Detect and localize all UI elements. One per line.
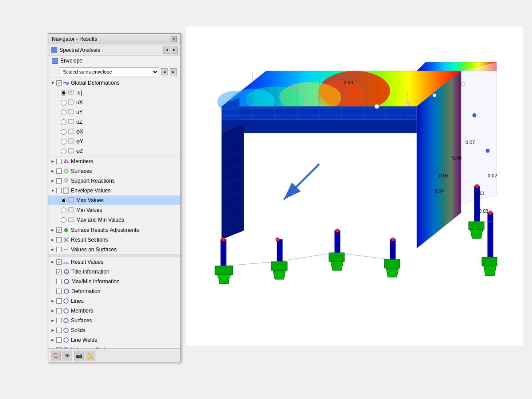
line-welds-checkbox[interactable] bbox=[56, 337, 62, 343]
result-sec-checkbox[interactable] bbox=[56, 237, 62, 243]
uz-radio[interactable] bbox=[61, 119, 66, 125]
maxmin-info-item[interactable]: Max/Min Information bbox=[48, 277, 180, 286]
svg-point-67 bbox=[375, 104, 379, 109]
surface-res-expand[interactable]: ► bbox=[50, 227, 55, 233]
members-icon bbox=[63, 158, 69, 164]
phix-item[interactable]: φX bbox=[48, 127, 180, 137]
support-expand[interactable]: ► bbox=[50, 178, 55, 184]
lines-checkbox[interactable] bbox=[56, 298, 62, 304]
env-values-checkbox[interactable] bbox=[56, 188, 62, 193]
nav-prev-button[interactable]: ◄ bbox=[163, 47, 170, 54]
max-values-item[interactable]: Max Values bbox=[48, 196, 180, 205]
uy-item[interactable]: uY bbox=[48, 107, 180, 117]
phix-radio[interactable] bbox=[61, 129, 66, 135]
envelope-checkbox[interactable] bbox=[52, 58, 58, 64]
members-expand[interactable]: ► bbox=[50, 159, 55, 164]
page-icon9 bbox=[68, 207, 74, 213]
lines-label: Lines bbox=[71, 298, 84, 304]
max-min-values-item[interactable]: Max and Min Values bbox=[48, 215, 180, 225]
members2-checkbox[interactable] bbox=[56, 308, 62, 313]
line-welds-item[interactable]: ► Line Welds bbox=[48, 335, 180, 345]
values-on-surfaces-item[interactable]: ► *** Values on Surfaces bbox=[48, 245, 180, 254]
line-welds-expand[interactable]: ► bbox=[50, 337, 55, 343]
svg-point-102 bbox=[64, 289, 69, 293]
deformation-item[interactable]: Deformation bbox=[48, 286, 180, 296]
lines-item[interactable]: ► Lines bbox=[48, 296, 180, 306]
val-surf-checkbox[interactable] bbox=[56, 247, 62, 252]
surfaces2-checkbox[interactable] bbox=[56, 318, 62, 323]
dropdown-next[interactable]: ► bbox=[170, 68, 177, 75]
toolbar-camera-button[interactable]: 📷 bbox=[74, 351, 84, 360]
values-surfaces-results-item[interactable]: ► Values on Surfaces bbox=[48, 345, 180, 348]
rv-expand[interactable]: ► bbox=[50, 259, 55, 265]
surfaces-item[interactable]: ► Surfaces bbox=[48, 166, 180, 176]
result-sec-expand[interactable]: ► bbox=[50, 237, 55, 243]
global-deformations-item[interactable]: ▼ ✓ Global Deformations bbox=[48, 78, 180, 88]
svg-point-72 bbox=[486, 149, 489, 153]
panel-titlebar: Navigator - Results × bbox=[48, 34, 180, 44]
surfaces-expand[interactable]: ► bbox=[50, 168, 55, 174]
dropdown-prev[interactable]: ◄ bbox=[161, 68, 168, 75]
uy-radio[interactable] bbox=[61, 110, 66, 115]
global-deformations-checkbox[interactable]: ✓ bbox=[56, 80, 62, 86]
max-values-radio[interactable] bbox=[61, 198, 66, 203]
phiy-radio[interactable] bbox=[61, 139, 66, 145]
panel-toolbar: 🏠 👁 📷 📐 bbox=[48, 348, 180, 362]
lines-expand[interactable]: ► bbox=[50, 298, 55, 304]
solids-expand[interactable]: ► bbox=[50, 328, 55, 333]
members-checkbox[interactable] bbox=[56, 159, 62, 164]
maxmin-info-checkbox[interactable] bbox=[56, 279, 62, 284]
phiy-item[interactable]: φY bbox=[48, 137, 180, 146]
uz-item[interactable]: uZ bbox=[48, 117, 180, 127]
rv-checkbox[interactable]: ✓ bbox=[56, 259, 62, 265]
nav-next-button[interactable]: ► bbox=[171, 47, 178, 54]
deformation-icon bbox=[63, 80, 69, 86]
title-info-checkbox[interactable]: ✓ bbox=[56, 269, 62, 274]
val-surf-expand[interactable]: ► bbox=[50, 247, 55, 252]
solids-item[interactable]: ► Solids bbox=[48, 325, 180, 335]
toolbar-home-button[interactable]: 🏠 bbox=[51, 351, 61, 360]
envelope-values-item[interactable]: ▼ Envelope Values bbox=[48, 186, 180, 196]
surfaces-icon bbox=[63, 168, 69, 174]
deformation-checkbox[interactable] bbox=[56, 289, 62, 294]
u-abs-item[interactable]: |u| bbox=[48, 88, 180, 98]
ux-item[interactable]: uX bbox=[48, 98, 180, 107]
support-checkbox[interactable] bbox=[56, 178, 62, 184]
svg-marker-44 bbox=[273, 270, 286, 279]
result-sections-item[interactable]: ► Result Sections bbox=[48, 235, 180, 245]
svg-rect-42 bbox=[277, 239, 282, 262]
solids-checkbox[interactable] bbox=[56, 328, 62, 333]
toolbar-measure-button[interactable]: 📐 bbox=[86, 351, 95, 360]
surface-results-item[interactable]: ► ✓ Surface Results Adjustments bbox=[48, 225, 180, 235]
surfaces-results-item[interactable]: ► Surfaces bbox=[48, 316, 180, 325]
title-info-item[interactable]: ✓ Title Information bbox=[48, 267, 180, 277]
result-values-item[interactable]: ► ✓ xxx Result Values bbox=[48, 257, 180, 267]
title-info-icon bbox=[63, 269, 70, 275]
surfaces-checkbox[interactable] bbox=[56, 168, 62, 174]
envelope-type-select[interactable]: Scaled sums envelope SRSS envelope CQC e… bbox=[59, 67, 159, 76]
surface-res-checkbox[interactable]: ✓ bbox=[56, 227, 62, 233]
support-reactions-item[interactable]: ► Support Reactions bbox=[48, 176, 180, 186]
phiz-radio[interactable] bbox=[61, 149, 66, 154]
members-item[interactable]: ► Members bbox=[48, 156, 180, 166]
envelope-values-label: Envelope Values bbox=[71, 188, 110, 194]
min-values-item[interactable]: Min Values bbox=[48, 205, 180, 215]
min-values-radio[interactable] bbox=[61, 207, 66, 213]
val-surf2-expand[interactable]: ► bbox=[50, 347, 55, 348]
expand-icon[interactable]: ▼ bbox=[50, 80, 55, 86]
toolbar-eye-button[interactable]: 👁 bbox=[63, 351, 72, 360]
solids-icon bbox=[63, 327, 69, 333]
ux-radio[interactable] bbox=[61, 100, 66, 106]
surfaces2-expand[interactable]: ► bbox=[50, 318, 55, 323]
value-label-5: 0.04 bbox=[434, 188, 444, 194]
phiz-item[interactable]: φZ bbox=[48, 146, 180, 156]
members2-expand[interactable]: ► bbox=[50, 308, 55, 313]
u-abs-radio[interactable] bbox=[61, 90, 66, 96]
close-button[interactable]: × bbox=[171, 36, 177, 42]
members-results-item[interactable]: ► Members bbox=[48, 306, 180, 316]
max-min-radio[interactable] bbox=[61, 217, 66, 223]
env-expand[interactable]: ▼ bbox=[50, 188, 55, 193]
val-surf2-checkbox[interactable] bbox=[56, 347, 62, 348]
maxmin-information-label: Max/Min Information bbox=[71, 278, 120, 285]
surfaces2-label: Surfaces bbox=[71, 317, 92, 324]
